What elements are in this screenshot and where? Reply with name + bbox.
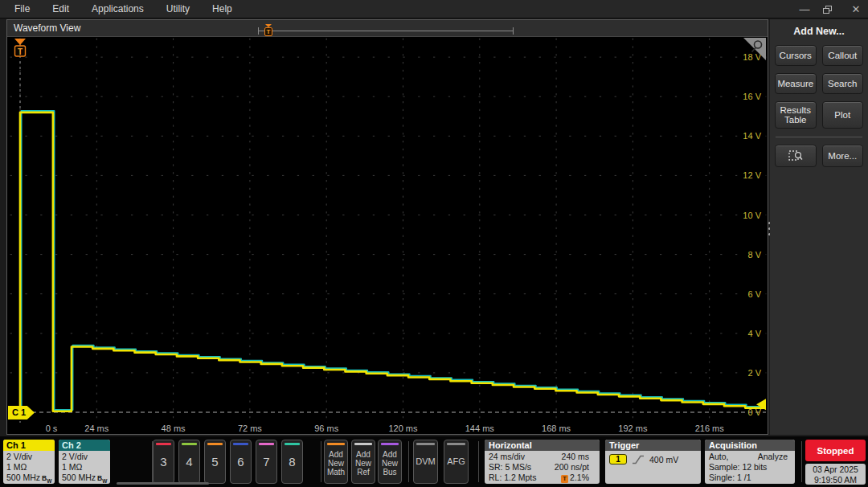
channel1-impedance: 1 MΩ [6, 462, 51, 473]
trigger-header: Trigger [605, 440, 701, 451]
channel1-scale: 2 V/div [6, 452, 51, 462]
trigger-handle-t-icon: T [264, 27, 272, 36]
y-tick-label: 4 V [747, 329, 761, 338]
channel1-badge[interactable]: Ch 1 2 V/div 1 MΩ 500 MHzBW [3, 440, 55, 484]
waveform-view-panel: Waveform View T 18 V16 V14 V12 V10 V8 V6… [6, 19, 768, 435]
separator [801, 441, 802, 482]
y-tick-label: 18 V [743, 52, 761, 62]
channel7-button[interactable]: 7 [256, 440, 277, 484]
math-color-stripe [327, 443, 345, 445]
waveform-view-titlebar: Waveform View T [7, 20, 768, 37]
trace-ch2[interactable] [12, 111, 767, 410]
date-label: 03 Apr 2025 [805, 464, 866, 475]
add-new-bus-button[interactable]: AddNewBus [378, 440, 402, 484]
trigger-position-handle[interactable]: T [264, 24, 273, 38]
channel6-color-stripe [233, 443, 248, 445]
trigger-level: 400 mV [649, 455, 678, 464]
separator [321, 441, 321, 482]
trigger-position-icon: T [561, 475, 568, 483]
dvm-stripe [416, 443, 435, 445]
menu-applications[interactable]: Applications [80, 0, 155, 18]
datetime-display[interactable]: 03 Apr 2025 9:19:50 AM [805, 464, 866, 485]
channel2-badge-body: 2 V/div 1 MΩ 500 MHzBW [59, 451, 110, 484]
search-button[interactable]: Search [822, 73, 864, 94]
menu-help[interactable]: Help [201, 0, 244, 18]
y-tick-label: 0 V [747, 407, 761, 417]
channel3-color-stripe [156, 443, 171, 445]
acquisition-header: Acquisition [705, 440, 795, 451]
afg-button[interactable]: AFG [444, 440, 469, 484]
channel8-color-stripe [285, 443, 300, 445]
minimize-icon[interactable]: — [797, 2, 812, 18]
menu-file[interactable]: File [0, 0, 41, 18]
menu-bar: File Edit Applications Utility Help — ✕ [0, 0, 868, 18]
bus-color-stripe [381, 443, 399, 445]
channel2-badge-header: Ch 2 [59, 440, 110, 451]
trigger-marker-t-label: T [18, 47, 23, 56]
waveform-plot-area[interactable]: 18 V16 V14 V12 V10 V8 V6 V4 V2 V0 V0 s24… [7, 37, 768, 434]
channel3-button[interactable]: 3 [153, 440, 174, 484]
overview-track-line [258, 31, 514, 31]
channel4-color-stripe [182, 443, 197, 445]
channel2-badge[interactable]: Ch 2 2 V/div 1 MΩ 500 MHzBW [59, 440, 110, 484]
plot-button[interactable]: Plot [822, 101, 864, 129]
zoom-box-icon [788, 149, 804, 163]
x-tick-label: 24 ms [84, 424, 108, 433]
cursors-button[interactable]: Cursors [775, 45, 817, 66]
menu-edit[interactable]: Edit [41, 0, 80, 18]
measure-button[interactable]: Measure [775, 73, 817, 94]
bandwidth-limit-icon: BW [97, 474, 107, 482]
channel7-color-stripe [259, 443, 274, 445]
waveform-view-title: Waveform View [14, 23, 80, 34]
bandwidth-limit-icon: BW [42, 474, 51, 482]
oscilloscope-app: File Edit Applications Utility Help — ✕ … [0, 0, 868, 487]
separator [408, 441, 409, 482]
horizontal-header: Horizontal [485, 440, 600, 451]
channel4-button[interactable]: 4 [178, 440, 200, 484]
channel2-bandwidth: 500 MHzBW [62, 473, 107, 484]
rising-edge-icon [632, 455, 645, 464]
overview-right-cap [513, 27, 514, 35]
channel1-bandwidth: 500 MHzBW [6, 473, 51, 484]
channel6-button[interactable]: 6 [230, 440, 252, 484]
x-tick-label: 168 ms [542, 424, 571, 433]
horizontal-badge[interactable]: Horizontal 24 ms/div240 ms SR: 5 MS/s200… [485, 440, 600, 484]
channel8-button[interactable]: 8 [281, 440, 303, 484]
time-label: 9:19:50 AM [805, 475, 866, 485]
add-new-ref-button[interactable]: AddNewRef [351, 440, 375, 484]
channel5-button[interactable]: 5 [204, 440, 226, 484]
run-stop-button[interactable]: Stopped [805, 440, 866, 461]
trace-ch1[interactable] [10, 113, 766, 411]
y-tick-label: 8 V [747, 250, 761, 260]
acquisition-badge[interactable]: Acquisition Auto,Analyze Sample: 12 bits… [705, 440, 795, 484]
restore-icon[interactable] [823, 6, 837, 14]
trigger-badge[interactable]: Trigger 1 400 mV [605, 440, 701, 484]
x-tick-label: 144 ms [465, 424, 495, 433]
x-tick-label: 192 ms [618, 424, 648, 433]
more-button[interactable]: More... [822, 145, 864, 167]
zoom-box-button[interactable] [775, 145, 817, 167]
y-tick-label: 16 V [743, 92, 761, 101]
channel1-badge-header: Ch 1 [3, 440, 55, 451]
dvm-button[interactable]: DVM [413, 440, 438, 484]
y-tick-label: 10 V [743, 211, 761, 220]
channel1-badge-body: 2 V/div 1 MΩ 500 MHzBW [3, 451, 55, 484]
afg-stripe [447, 443, 465, 445]
waveform-graticule: 18 V16 V14 V12 V10 V8 V6 V4 V2 V0 V0 s24… [7, 37, 768, 434]
results-table-button[interactable]: Results Table [775, 101, 817, 129]
channel5-color-stripe [207, 443, 223, 445]
callout-button[interactable]: Callout [822, 45, 864, 66]
menu-utility[interactable]: Utility [155, 0, 201, 18]
x-tick-label: 72 ms [238, 424, 262, 433]
acquisition-overview-slider[interactable]: T [258, 27, 514, 35]
add-new-panel: Add New... Cursors Callout Measure Searc… [770, 19, 868, 435]
add-new-math-button[interactable]: AddNewMath [324, 440, 348, 484]
y-tick-label: 2 V [747, 368, 761, 378]
trigger-source-chip: 1 [609, 454, 627, 464]
close-icon[interactable]: ✕ [849, 2, 863, 18]
channel2-scale: 2 V/div [62, 452, 107, 462]
x-tick-label: 120 ms [388, 424, 418, 433]
add-new-header: Add New... [775, 26, 863, 37]
trigger-marker-triangle-icon[interactable] [14, 39, 26, 45]
badge-scrollbar-thumb[interactable] [117, 482, 209, 485]
